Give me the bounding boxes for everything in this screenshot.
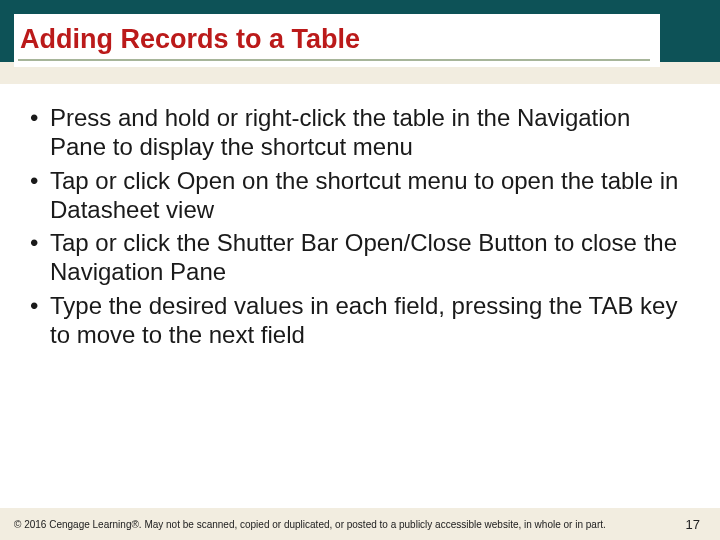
title-container: Adding Records to a Table xyxy=(14,14,660,67)
slide: Adding Records to a Table Press and hold… xyxy=(0,0,720,540)
bullet-list: Press and hold or right-click the table … xyxy=(18,95,702,349)
list-item: Tap or click Open on the shortcut menu t… xyxy=(28,166,684,225)
footer: © 2016 Cengage Learning®. May not be sca… xyxy=(0,508,720,540)
list-item: Type the desired values in each field, p… xyxy=(28,291,684,350)
page-number: 17 xyxy=(686,517,700,532)
page-title: Adding Records to a Table xyxy=(18,24,650,61)
copyright-text: © 2016 Cengage Learning®. May not be sca… xyxy=(14,519,606,530)
list-item: Tap or click the Shutter Bar Open/Close … xyxy=(28,228,684,287)
content-area: Press and hold or right-click the table … xyxy=(18,95,702,495)
list-item: Press and hold or right-click the table … xyxy=(28,103,684,162)
